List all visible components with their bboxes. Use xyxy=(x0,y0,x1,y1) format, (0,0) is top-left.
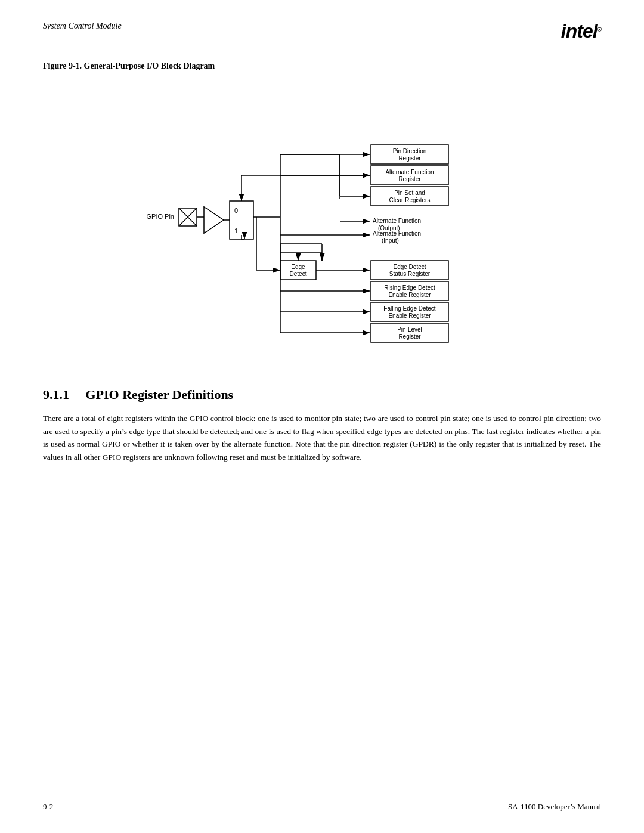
page-header: System Control Module intel® xyxy=(0,0,644,47)
svg-text:Clear Registers: Clear Registers xyxy=(389,197,431,203)
svg-text:Falling Edge Detect: Falling Edge Detect xyxy=(383,305,435,312)
body-text: There are a total of eight registers wit… xyxy=(43,412,601,463)
svg-text:Register: Register xyxy=(398,176,421,182)
svg-text:Alternate Function: Alternate Function xyxy=(373,230,421,237)
svg-text:Pin Set and: Pin Set and xyxy=(394,190,425,196)
diagram-svg: GPIO Pin 0 1 xyxy=(119,83,525,363)
intel-logo: intel® xyxy=(561,21,601,41)
block-diagram: GPIO Pin 0 1 xyxy=(119,83,525,363)
svg-text:Enable Register: Enable Register xyxy=(388,312,431,319)
svg-text:1: 1 xyxy=(234,227,238,234)
section-title: GPIO Register Definitions xyxy=(86,387,234,402)
svg-text:(Input): (Input) xyxy=(382,237,399,244)
svg-text:Register: Register xyxy=(398,333,421,340)
svg-text:Enable Register: Enable Register xyxy=(388,292,431,298)
gpio-pin-label: GPIO Pin xyxy=(147,213,174,220)
footer-left: 9-2 xyxy=(43,802,53,812)
section-heading: 9.1.1 GPIO Register Definitions xyxy=(43,387,601,402)
page-footer: 9-2 SA-1100 Developer’s Manual xyxy=(43,797,601,812)
svg-text:Pin Direction: Pin Direction xyxy=(393,148,427,154)
registered-mark: ® xyxy=(597,26,601,33)
svg-text:Pin-Level: Pin-Level xyxy=(397,326,422,333)
svg-text:Rising Edge Detect: Rising Edge Detect xyxy=(384,284,435,291)
svg-marker-5 xyxy=(204,207,224,233)
svg-text:Edge: Edge xyxy=(291,264,305,270)
svg-rect-7 xyxy=(230,201,253,239)
intel-logo-text: intel xyxy=(561,20,597,42)
svg-text:Edge Detect: Edge Detect xyxy=(393,264,426,270)
section-number: 9.1.1 xyxy=(43,387,69,402)
figure-caption: Figure 9-1. General-Purpose I/O Block Di… xyxy=(43,61,601,71)
page-content: Figure 9-1. General-Purpose I/O Block Di… xyxy=(0,61,644,463)
svg-text:0: 0 xyxy=(234,207,238,214)
svg-text:Detect: Detect xyxy=(290,271,307,277)
svg-text:Register: Register xyxy=(398,155,421,162)
svg-text:Alternate Function: Alternate Function xyxy=(385,169,434,175)
svg-text:Status Register: Status Register xyxy=(389,271,431,277)
header-title: System Control Module xyxy=(43,21,122,31)
svg-text:Alternate Function: Alternate Function xyxy=(373,218,421,224)
footer-right: SA-1100 Developer’s Manual xyxy=(508,802,601,812)
